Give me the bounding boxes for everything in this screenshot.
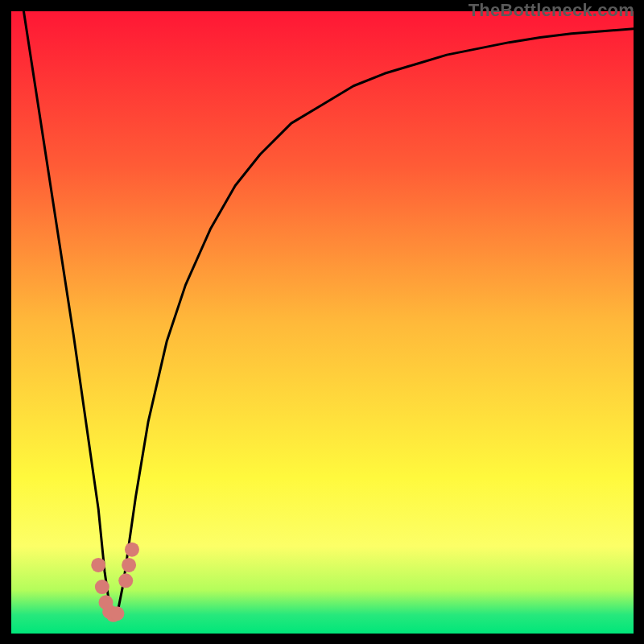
highlighted-points [91,543,139,622]
marker-point [109,606,124,621]
marker-point [125,543,139,557]
plot-area [11,11,634,634]
marker-point [118,573,133,588]
chart-svg [11,11,634,634]
marker-point [91,558,105,572]
marker-point [95,580,109,594]
bottleneck-curve [23,11,634,615]
chart-frame: TheBottleneck.com [0,0,644,644]
marker-point [122,558,136,572]
watermark-text: TheBottleneck.com [469,0,634,21]
